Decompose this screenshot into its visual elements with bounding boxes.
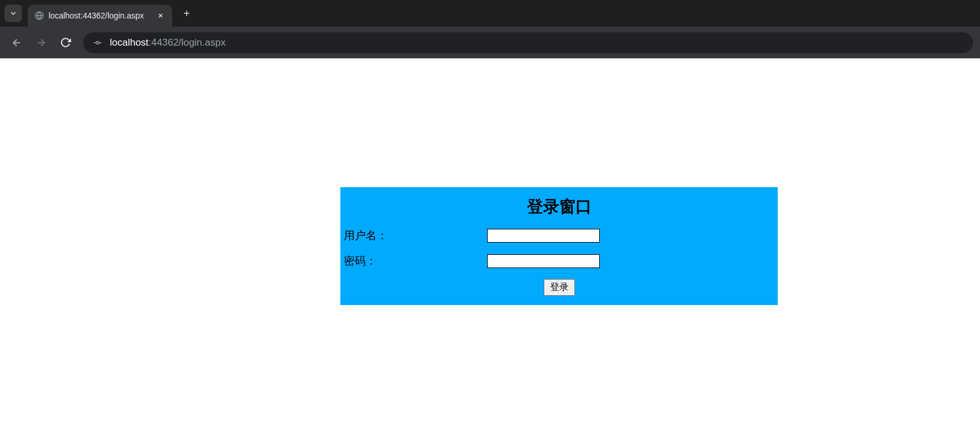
reload-button[interactable]	[55, 33, 75, 53]
globe-icon	[35, 11, 44, 20]
address-bar-row: localhost:44362/login.aspx	[0, 27, 980, 58]
svg-point-8	[96, 41, 99, 44]
username-label: 用户名：	[343, 228, 487, 243]
new-tab-button[interactable]	[178, 5, 195, 22]
username-row: 用户名：	[340, 228, 778, 243]
close-icon[interactable]	[156, 11, 165, 20]
browser-tab[interactable]: localhost:44362/login.aspx	[28, 5, 172, 27]
plus-icon	[182, 9, 191, 18]
password-input[interactable]	[487, 254, 600, 268]
tab-title: localhost:44362/login.aspx	[49, 11, 151, 20]
password-row: 密码：	[340, 254, 778, 269]
login-title: 登录窗口	[340, 196, 778, 218]
url-path: :44362/login.aspx	[149, 37, 225, 49]
site-info-icon[interactable]	[91, 36, 104, 49]
password-label: 密码：	[343, 254, 487, 269]
forward-button[interactable]	[31, 33, 51, 53]
button-row: 登录	[340, 279, 778, 296]
back-button[interactable]	[7, 33, 27, 53]
url-host: localhost	[110, 37, 149, 49]
login-box: 登录窗口 用户名： 密码： 登录	[340, 187, 778, 305]
page-content: 登录窗口 用户名： 密码： 登录	[0, 58, 980, 446]
tab-bar: localhost:44362/login.aspx	[0, 0, 980, 27]
browser-chrome: localhost:44362/login.aspx localhost:443…	[0, 0, 980, 58]
reload-icon	[60, 37, 71, 48]
arrow-left-icon	[11, 37, 23, 49]
address-bar[interactable]: localhost:44362/login.aspx	[83, 32, 973, 53]
tab-search-dropdown[interactable]	[5, 5, 22, 22]
chevron-down-icon	[9, 9, 17, 17]
login-button[interactable]: 登录	[544, 279, 575, 296]
username-input[interactable]	[487, 229, 600, 243]
url-text: localhost:44362/login.aspx	[110, 37, 225, 49]
arrow-right-icon	[35, 37, 47, 49]
